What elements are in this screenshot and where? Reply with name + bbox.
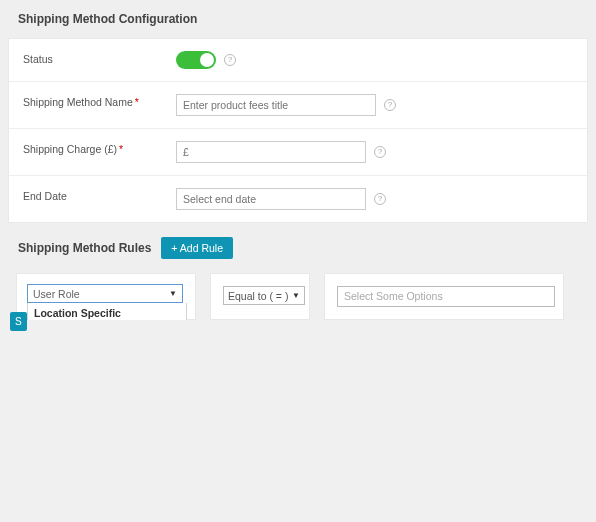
- label-charge: Shipping Charge (£)*: [9, 129, 164, 175]
- row-status: Status ?: [9, 39, 587, 81]
- row-charge: Shipping Charge (£)* ?: [9, 128, 587, 175]
- attribute-dropdown-list[interactable]: Location SpecificCountryStatePostcodeZon…: [27, 303, 187, 320]
- rule-attribute-cell: User Role ▼ Location SpecificCountryStat…: [16, 273, 196, 320]
- save-button-fragment[interactable]: S: [10, 312, 27, 320]
- charge-input[interactable]: [176, 141, 366, 163]
- rules-section-header: Shipping Method Rules + Add Rule: [0, 223, 596, 267]
- config-form: Status ? Shipping Method Name* ? Shippin…: [8, 38, 588, 223]
- config-section-header: Shipping Method Configuration: [0, 0, 596, 38]
- condition-selected-label: Equal to ( = ): [228, 290, 288, 302]
- label-method-name: Shipping Method Name*: [9, 82, 164, 128]
- rule-values-cell: Select Some Options: [324, 273, 564, 320]
- status-toggle[interactable]: [176, 51, 216, 69]
- rules-title: Shipping Method Rules: [18, 241, 151, 255]
- rule-row: User Role ▼ Location SpecificCountryStat…: [0, 267, 596, 320]
- help-icon[interactable]: ?: [374, 146, 386, 158]
- label-status: Status: [9, 39, 164, 81]
- chevron-down-icon: ▼: [292, 291, 300, 300]
- row-end-date: End Date ?: [9, 175, 587, 222]
- help-icon[interactable]: ?: [224, 54, 236, 66]
- help-icon[interactable]: ?: [384, 99, 396, 111]
- chevron-down-icon: ▼: [169, 289, 177, 298]
- values-multiselect[interactable]: Select Some Options: [337, 286, 555, 307]
- add-rule-button[interactable]: + Add Rule: [161, 237, 233, 259]
- row-method-name: Shipping Method Name* ?: [9, 81, 587, 128]
- method-name-input[interactable]: [176, 94, 376, 116]
- rule-condition-cell: Equal to ( = ) ▼: [210, 273, 310, 320]
- label-end-date: End Date: [9, 176, 164, 222]
- condition-select[interactable]: Equal to ( = ) ▼: [223, 286, 305, 305]
- dropdown-group-label: Location Specific: [28, 305, 186, 320]
- attribute-selected-label: User Role: [33, 288, 80, 300]
- help-icon[interactable]: ?: [374, 193, 386, 205]
- attribute-select[interactable]: User Role ▼: [27, 284, 183, 303]
- end-date-input[interactable]: [176, 188, 366, 210]
